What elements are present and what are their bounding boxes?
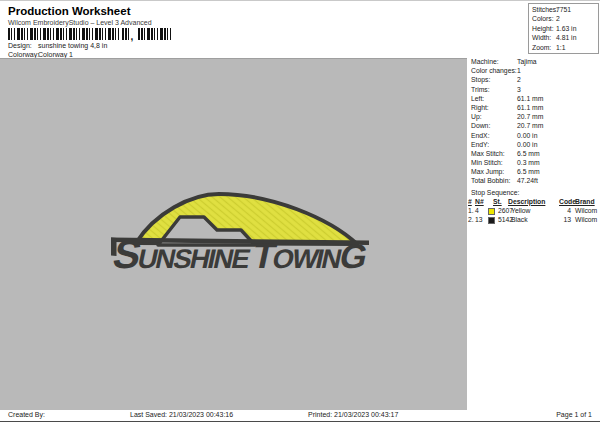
info-value: 0.00 in	[517, 141, 537, 148]
info-value: 6.5 mm	[517, 150, 540, 157]
info-value: 20.7 mm	[517, 122, 543, 129]
machine-info-row: Right:61.1 mm	[467, 104, 600, 113]
summary-value: 1.63 in	[556, 25, 576, 32]
stop-sequence-title: Stop Sequence:	[467, 189, 600, 198]
machine-info-row: Total Bobbin:47.24ft	[467, 177, 600, 186]
info-label: Max Stitch:	[471, 150, 505, 157]
thread-color-swatch	[488, 208, 495, 215]
colorway-row: Colorway:Colorway 1	[8, 51, 73, 58]
design-row: Design:sunshine towing 4,8 in	[8, 42, 107, 49]
info-value: 3	[517, 86, 521, 93]
stop-sequence-row: 2. 13 5142 Black 13 Wilcom	[467, 216, 600, 225]
info-label: Right:	[471, 104, 489, 111]
cell-needle: 4	[475, 207, 479, 214]
summary-value: 2	[556, 15, 560, 22]
footer-page-number: Page 1 of 1	[556, 411, 592, 418]
production-worksheet-page: Production Worksheet Wilcom EmbroiderySt…	[0, 0, 600, 424]
info-value: 0.00 in	[517, 132, 537, 139]
stop-sequence-row: 1. 4 2607 Yellow 4 Wilcom	[467, 207, 600, 216]
info-value: 20.7 mm	[517, 113, 543, 120]
stitch-summary-box: Stitches:7751 Colors:2 Height:1.63 in Wi…	[528, 3, 599, 54]
summary-row-colors: Colors:2	[529, 15, 598, 24]
info-value: 0.3 mm	[517, 159, 540, 166]
info-label: Up:	[471, 113, 482, 120]
info-label: Left:	[471, 95, 484, 102]
summary-value: 1:1	[556, 44, 565, 51]
info-value: 61.1 mm	[517, 95, 543, 102]
machine-info-row: Trims:3	[467, 86, 600, 95]
info-label: EndY:	[471, 141, 489, 148]
info-value: 6.5 mm	[517, 168, 540, 175]
info-value: 2	[517, 76, 521, 83]
footer-printed: Printed: 21/03/2023 00:43:17	[308, 411, 398, 418]
footer-created-by: Created By:	[8, 411, 45, 418]
cell-code: 4	[549, 207, 571, 214]
col-header-brand: Brand	[575, 198, 595, 205]
summary-label: Height:	[532, 25, 554, 32]
footer-divider	[0, 421, 600, 422]
summary-row-stitches: Stitches:7751	[529, 6, 598, 15]
machine-info-row: Up:20.7 mm	[467, 113, 600, 122]
cell-brand: Wilcom	[575, 207, 597, 214]
machine-info-row: EndX:0.00 in	[467, 132, 600, 141]
machine-info-row: EndY:0.00 in	[467, 141, 600, 150]
info-value: Tajima	[517, 58, 537, 65]
sunshine-towing-logo: SUNSHINETOWING	[103, 187, 373, 282]
info-label: Stops:	[471, 76, 490, 83]
info-label: Down:	[471, 122, 490, 129]
machine-info-row: Max Stitch:6.5 mm	[467, 150, 600, 159]
info-label: Color changes:	[471, 67, 517, 74]
cell-num: 2.	[468, 216, 474, 223]
col-header-needle: N#	[475, 198, 484, 205]
info-label: Min Stitch:	[471, 159, 503, 166]
design-value: sunshine towing 4,8 in	[38, 42, 107, 49]
page-title: Production Worksheet	[8, 5, 130, 17]
info-label: Total Bobbin:	[471, 177, 510, 184]
info-label: Max Jump:	[471, 168, 504, 175]
thread-color-swatch	[488, 217, 495, 224]
machine-info-row: Max Jump:6.5 mm	[467, 168, 600, 177]
machine-info-row: Color changes:1	[467, 67, 600, 76]
summary-value: 7751	[556, 6, 571, 13]
summary-label: Stitches:	[532, 6, 558, 13]
machine-info-row: Min Stitch:0.3 mm	[467, 159, 600, 168]
barcode-segment-icon	[138, 28, 172, 40]
info-label: Trims:	[471, 86, 490, 93]
footer-last-saved: Last Saved: 21/03/2023 00:43:16	[130, 411, 233, 418]
summary-label: Colors:	[532, 15, 554, 22]
machine-info-row: Down:20.7 mm	[467, 122, 600, 131]
col-header-stitchcode: St.	[493, 198, 502, 205]
colorway-value: Colorway 1	[38, 51, 73, 58]
info-value: 47.24ft	[517, 177, 538, 184]
stop-sequence-header-row: # N# St. Description Code Brand	[467, 198, 600, 208]
machine-info-row: Left:61.1 mm	[467, 95, 600, 104]
colorway-label: Colorway:	[8, 51, 38, 58]
cell-brand: Wilcom	[575, 216, 597, 223]
summary-row-zoom: Zoom:1:1	[529, 44, 598, 53]
info-value: 61.1 mm	[517, 104, 543, 111]
summary-label: Zoom:	[532, 44, 551, 51]
summary-value: 4.81 in	[556, 34, 576, 41]
app-version-line: Wilcom EmbroideryStudio – Level 3 Advanc…	[8, 19, 152, 26]
design-label: Design:	[8, 42, 38, 49]
cell-num: 1.	[468, 207, 474, 214]
info-label: EndX:	[471, 132, 490, 139]
info-value: 1	[517, 67, 521, 74]
cell-code: 13	[549, 216, 571, 223]
cell-needle: 13	[475, 216, 483, 223]
machine-info-panel: Machine:Tajima Color changes:1 Stops:2 T…	[467, 58, 600, 226]
cell-description: Black	[511, 216, 528, 223]
barcode-separator: ,	[131, 31, 134, 42]
machine-info-row: Machine:Tajima	[467, 58, 600, 67]
barcode-segment-icon	[8, 28, 131, 40]
cell-description: Yellow	[511, 207, 530, 214]
col-header-code: Code	[559, 198, 576, 205]
col-header-description: Description	[508, 198, 545, 205]
summary-label: Width:	[532, 34, 551, 41]
machine-info-row: Stops:2	[467, 76, 600, 85]
col-header-num: #	[468, 198, 472, 205]
summary-row-height: Height:1.63 in	[529, 25, 598, 34]
design-canvas: SUNSHINETOWING	[0, 58, 467, 410]
info-label: Machine:	[471, 58, 499, 65]
summary-row-width: Width:4.81 in	[529, 34, 598, 43]
